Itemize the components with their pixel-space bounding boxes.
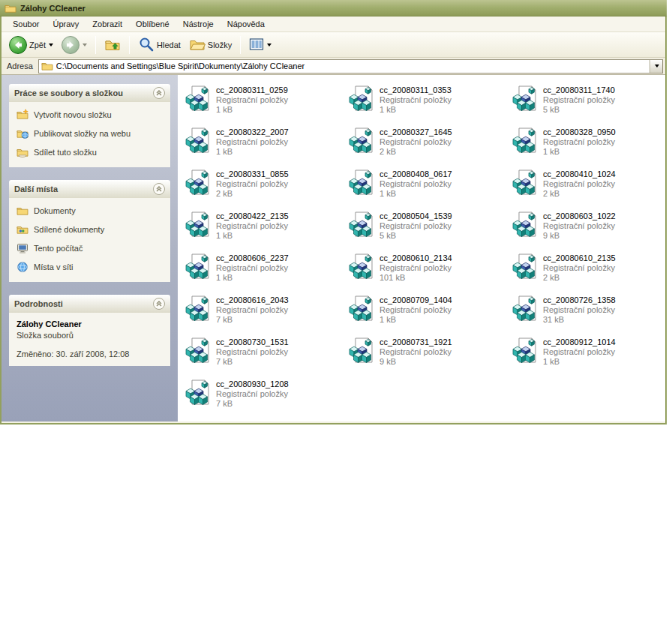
registry-icon xyxy=(349,85,377,113)
menu-item[interactable]: Zobrazit xyxy=(86,17,129,31)
panel-details-header[interactable]: Podrobnosti xyxy=(9,295,170,313)
file-tile[interactable]: cc_20080930_1208 Registrační položky 7 k… xyxy=(185,379,346,421)
menu-item[interactable]: Oblíbené xyxy=(129,17,176,31)
file-tile[interactable]: cc_20080422_2135 Registrační položky 1 k… xyxy=(185,211,346,253)
file-size: 5 kB xyxy=(543,105,615,115)
title-bar[interactable]: Zálohy CCleaner xyxy=(0,0,667,16)
registry-icon xyxy=(185,85,214,113)
registry-icon xyxy=(349,169,377,197)
up-folder-icon xyxy=(104,36,121,54)
file-tile[interactable]: cc_20080327_1645 Registrační položky 2 k… xyxy=(349,127,509,169)
file-list-area[interactable]: cc_20080311_0259 Registrační položky 1 k… xyxy=(178,75,665,422)
folders-button[interactable]: Složky xyxy=(186,34,235,56)
views-button[interactable] xyxy=(246,35,274,55)
forward-button[interactable] xyxy=(58,34,90,56)
chevron-up-icon xyxy=(156,186,162,192)
file-tile[interactable]: cc_20080709_1404 Registrační položky 1 k… xyxy=(349,295,509,337)
file-name: cc_20080322_2007 xyxy=(216,128,289,137)
collapse-button[interactable] xyxy=(153,298,165,310)
details-folder-name: Zálohy CCleaner xyxy=(16,320,164,328)
file-type: Registrační položky xyxy=(543,137,616,147)
chevron-down-icon xyxy=(655,64,659,68)
file-type: Registrační položky xyxy=(216,347,289,357)
file-tile[interactable]: cc_20080912_1014 Registrační položky 1 k… xyxy=(512,337,665,379)
file-tile[interactable]: cc_20080504_1539 Registrační položky 5 k… xyxy=(349,211,509,253)
registry-icon xyxy=(512,169,541,197)
menu-item[interactable]: Úpravy xyxy=(46,17,86,31)
panel-file-tasks-header[interactable]: Práce se soubory a složkou xyxy=(9,84,170,102)
file-tile[interactable]: cc_20080731_1921 Registrační položky 9 k… xyxy=(349,337,509,379)
file-tile[interactable]: cc_20080408_0617 Registrační položky 1 k… xyxy=(349,169,509,211)
file-tile[interactable]: cc_20080322_2007 Registrační položky 1 k… xyxy=(185,127,346,169)
window-content: Práce se soubory a složkou Vytvořit novo… xyxy=(2,75,665,422)
file-tile[interactable]: cc_20080610_2135 Registrační položky 2 k… xyxy=(512,253,665,295)
panel-file-tasks-body: Vytvořit novou složku Publikovat složky … xyxy=(9,102,170,167)
file-size: 1 kB xyxy=(216,273,289,283)
file-name: cc_20080709_1404 xyxy=(380,296,452,305)
collapse-button[interactable] xyxy=(153,87,165,99)
task-link[interactable]: Publikovat složky na webu xyxy=(16,128,164,140)
chevron-up-icon xyxy=(156,90,162,96)
registry-icon xyxy=(349,337,377,365)
registry-icon xyxy=(185,169,214,197)
file-type: Registrační položky xyxy=(543,305,616,315)
explorer-window: Zálohy CCleaner Soubor Úpravy Zobrazit O… xyxy=(0,0,667,424)
file-type: Registrační položky xyxy=(216,137,289,147)
address-dropdown-button[interactable] xyxy=(650,60,662,73)
file-name: cc_20080603_1022 xyxy=(543,212,616,221)
address-path: C:\Documents and Settings\Blue Spirit\Do… xyxy=(56,62,646,70)
file-name: cc_20080408_0617 xyxy=(380,170,452,179)
address-label: Adresa xyxy=(7,62,33,70)
search-icon xyxy=(138,36,154,54)
panel-details-body: Zálohy CCleaner Složka souborů Změněno: … xyxy=(9,313,170,366)
file-size: 2 kB xyxy=(216,189,289,199)
panel-title: Další místa xyxy=(14,184,58,194)
search-button[interactable]: Hledat xyxy=(135,34,184,56)
file-size: 2 kB xyxy=(543,273,616,283)
file-type: Registrační položky xyxy=(380,305,452,315)
folders-label: Složky xyxy=(208,40,232,50)
file-tile[interactable]: cc_20080603_1022 Registrační položky 9 k… xyxy=(512,211,665,253)
place-link[interactable]: Tento počítač xyxy=(16,242,164,254)
toolbar-separator xyxy=(129,36,130,54)
place-link[interactable]: Sdílené dokumenty xyxy=(16,224,164,236)
publish-web-icon xyxy=(16,128,28,140)
menu-item[interactable]: Soubor xyxy=(6,17,46,31)
menu-item[interactable]: Nástroje xyxy=(176,17,220,31)
file-tile[interactable]: cc_20080610_2134 Registrační položky 101… xyxy=(349,253,509,295)
file-size: 9 kB xyxy=(543,231,616,241)
file-tile[interactable]: cc_20080311_0259 Registrační položky 1 k… xyxy=(185,85,346,127)
file-type: Registrační položky xyxy=(380,137,452,147)
task-link[interactable]: Sdílet tuto složku xyxy=(16,146,164,158)
task-link[interactable]: Vytvořit novou složku xyxy=(16,109,164,121)
registry-icon xyxy=(512,295,541,323)
menu-item[interactable]: Nápověda xyxy=(220,17,272,31)
registry-icon xyxy=(512,85,541,113)
registry-icon xyxy=(185,295,214,323)
file-type: Registrační položky xyxy=(216,263,289,273)
registry-icon xyxy=(185,211,214,239)
toolbar-separator xyxy=(95,36,96,54)
file-tile[interactable]: cc_20080410_1024 Registrační položky 2 k… xyxy=(512,169,665,211)
file-type: Registrační položky xyxy=(380,179,452,189)
address-input[interactable]: C:\Documents and Settings\Blue Spirit\Do… xyxy=(38,59,663,74)
file-tile[interactable]: cc_20080606_2237 Registrační položky 1 k… xyxy=(185,253,346,295)
shared-folder-icon xyxy=(16,224,28,236)
panel-other-places-body: Dokumenty Sdílené dokumenty Tento počíta… xyxy=(9,198,170,282)
file-tile[interactable]: cc_20080331_0855 Registrační položky 2 k… xyxy=(185,169,346,211)
panel-other-places-header[interactable]: Další místa xyxy=(9,180,170,198)
file-tile[interactable]: cc_20080311_0353 Registrační položky 1 k… xyxy=(349,85,509,127)
registry-icon xyxy=(349,253,377,281)
registry-icon xyxy=(512,211,541,239)
file-type: Registrační položky xyxy=(543,263,616,273)
up-button[interactable] xyxy=(101,34,124,56)
file-tile[interactable]: cc_20080311_1740 Registrační položky 5 k… xyxy=(512,85,665,127)
file-tile[interactable]: cc_20080726_1358 Registrační položky 31 … xyxy=(512,295,665,337)
place-link[interactable]: Dokumenty xyxy=(16,205,164,217)
collapse-button[interactable] xyxy=(153,183,165,195)
file-tile[interactable]: cc_20080328_0950 Registrační položky 1 k… xyxy=(512,127,665,169)
file-tile[interactable]: cc_20080616_2043 Registrační položky 7 k… xyxy=(185,295,346,337)
file-tile[interactable]: cc_20080730_1531 Registrační položky 7 k… xyxy=(185,337,346,379)
back-button[interactable]: Zpět xyxy=(6,34,56,56)
place-link[interactable]: Místa v síti xyxy=(16,261,164,273)
